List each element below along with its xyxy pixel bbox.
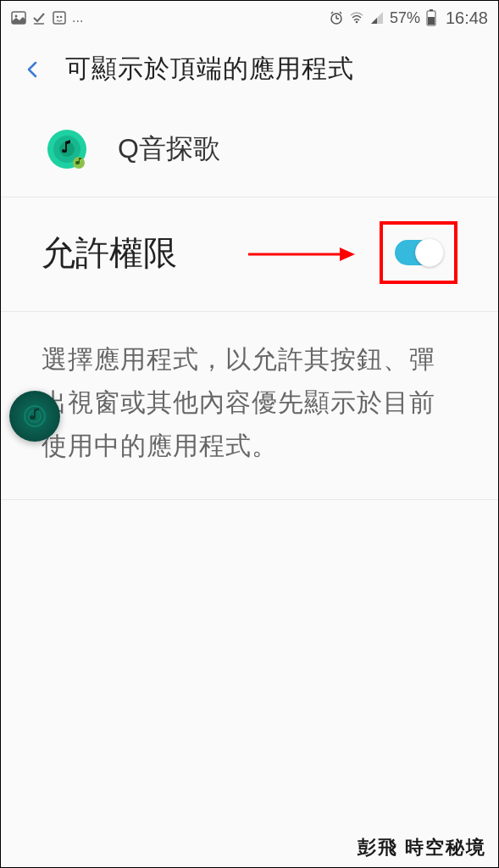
svg-line-10 (340, 12, 341, 14)
clock-time: 16:48 (446, 8, 488, 28)
floating-music-widget[interactable] (9, 391, 60, 442)
music-note-icon (22, 403, 47, 429)
arrow-annotation-icon (247, 244, 357, 264)
back-button[interactable] (16, 53, 50, 86)
svg-point-11 (356, 21, 358, 24)
image-icon (11, 10, 26, 25)
permission-row[interactable]: 允許權限 (1, 198, 498, 312)
svg-line-9 (331, 12, 333, 14)
svg-point-1 (15, 15, 18, 18)
header: 可顯示於頂端的應用程式 (1, 35, 498, 112)
svg-rect-3 (53, 12, 65, 24)
watermark: 彭飛 時空秘境 (358, 835, 486, 860)
svg-rect-13 (430, 9, 433, 11)
status-right-icons: 57% 16:48 (329, 8, 488, 28)
battery-icon (425, 10, 437, 25)
status-bar: ... 57% 16:48 (1, 1, 498, 35)
check-icon (31, 10, 47, 25)
signal-icon (369, 10, 385, 25)
permission-label: 允許權限 (42, 230, 177, 276)
app-square-icon (52, 10, 67, 25)
app-name: Q音探歌 (118, 131, 220, 168)
status-ellipsis: ... (72, 10, 83, 25)
svg-point-5 (60, 16, 63, 19)
status-left-icons: ... (11, 10, 83, 25)
permission-description: 選擇應用程式，以允許其按鈕、彈出視窗或其他內容優先顯示於目前使用中的應用程式。 (1, 312, 498, 500)
toggle-thumb (415, 238, 444, 267)
chevron-left-icon (24, 60, 42, 79)
svg-rect-14 (428, 17, 435, 25)
music-app-icon (45, 127, 89, 171)
svg-point-4 (57, 16, 59, 19)
toggle-highlight-box (380, 221, 457, 284)
wifi-icon (349, 10, 364, 25)
page-title: 可顯示於頂端的應用程式 (65, 52, 354, 86)
alarm-icon (329, 10, 344, 25)
permission-toggle[interactable] (395, 240, 442, 265)
app-row: Q音探歌 (1, 112, 498, 198)
battery-percent: 57% (390, 9, 420, 27)
